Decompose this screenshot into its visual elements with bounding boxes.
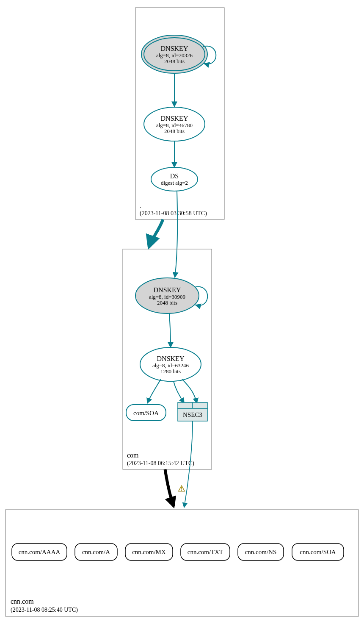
dnssec-diagram: . (2023-11-08 03:30:58 UTC) DNSKEY alg=8… bbox=[0, 0, 364, 624]
svg-text:DNSKEY: DNSKEY bbox=[161, 45, 188, 52]
svg-text:alg=8, id=30909: alg=8, id=30909 bbox=[149, 294, 185, 300]
svg-text:cnn.com/SOA: cnn.com/SOA bbox=[300, 549, 336, 555]
svg-text:DNSKEY: DNSKEY bbox=[161, 115, 188, 122]
node-root-ksk[interactable]: DNSKEY alg=8, id=20326 2048 bits bbox=[141, 35, 207, 73]
edge-ds-comksk bbox=[175, 191, 177, 277]
svg-text:cnn.com/MX: cnn.com/MX bbox=[132, 549, 166, 555]
node-root-ds[interactable]: DS digest alg=2 bbox=[151, 167, 198, 191]
svg-text:cnn.com/A: cnn.com/A bbox=[82, 549, 110, 555]
warning-icon: ⚠ bbox=[178, 484, 185, 493]
svg-text:DS: DS bbox=[170, 172, 179, 180]
node-cnn-aaaa[interactable]: cnn.com/AAAA bbox=[12, 544, 67, 560]
node-com-zsk[interactable]: DNSKEY alg=8, id=63246 1280 bits bbox=[140, 347, 201, 381]
edge-com-zsk-nsec-a bbox=[174, 381, 184, 403]
svg-text:digest alg=2: digest alg=2 bbox=[161, 180, 188, 186]
zone-com-timestamp: (2023-11-08 06:15:42 UTC) bbox=[127, 460, 194, 467]
svg-text:NSEC3: NSEC3 bbox=[183, 411, 202, 418]
node-com-soa[interactable]: com/SOA bbox=[126, 405, 166, 421]
svg-rect-28 bbox=[6, 510, 358, 616]
svg-text:2048 bits: 2048 bits bbox=[164, 58, 185, 64]
edge-comzone-cnnzone bbox=[165, 469, 174, 506]
zone-cnn-timestamp: (2023-11-08 08:25:40 UTC) bbox=[11, 607, 78, 613]
svg-text:cnn.com/TXT: cnn.com/TXT bbox=[188, 549, 223, 555]
svg-text:2048 bits: 2048 bits bbox=[157, 300, 177, 306]
node-root-zsk[interactable]: DNSKEY alg=8, id=46780 2048 bits bbox=[144, 107, 205, 141]
zone-cnn: cnn.com (2023-11-08 08:25:40 UTC) cnn.co… bbox=[6, 510, 358, 616]
svg-text:2048 bits: 2048 bits bbox=[164, 128, 185, 134]
node-cnn-txt[interactable]: cnn.com/TXT bbox=[181, 544, 230, 560]
zone-root: . (2023-11-08 03:30:58 UTC) DNSKEY alg=8… bbox=[135, 8, 224, 219]
zone-com-name: com bbox=[127, 452, 139, 459]
edge-rootzone-comzone bbox=[149, 219, 163, 247]
edge-com-zsk-soa bbox=[147, 379, 161, 403]
svg-text:1280 bits: 1280 bits bbox=[160, 368, 181, 374]
node-cnn-a[interactable]: cnn.com/A bbox=[75, 544, 117, 560]
node-com-nsec3[interactable]: NSEC3 bbox=[178, 402, 207, 421]
svg-text:cnn.com/NS: cnn.com/NS bbox=[245, 549, 277, 555]
node-cnn-ns[interactable]: cnn.com/NS bbox=[238, 544, 284, 560]
edge-com-ksk-zsk bbox=[169, 313, 171, 347]
svg-text:alg=8, id=20326: alg=8, id=20326 bbox=[156, 52, 193, 58]
node-cnn-soa[interactable]: cnn.com/SOA bbox=[292, 544, 344, 560]
svg-text:alg=8, id=63246: alg=8, id=63246 bbox=[152, 362, 189, 369]
zone-com: com (2023-11-08 06:15:42 UTC) DNSKEY alg… bbox=[123, 249, 212, 469]
zone-root-timestamp: (2023-11-08 03:30:58 UTC) bbox=[140, 210, 207, 217]
node-com-ksk[interactable]: DNSKEY alg=8, id=30909 2048 bits bbox=[135, 278, 199, 313]
zone-root-name: . bbox=[140, 202, 141, 209]
svg-text:cnn.com/AAAA: cnn.com/AAAA bbox=[19, 549, 61, 555]
svg-text:DNSKEY: DNSKEY bbox=[157, 355, 185, 362]
zone-cnn-name: cnn.com bbox=[11, 598, 34, 605]
svg-text:com/SOA: com/SOA bbox=[133, 410, 159, 416]
svg-text:DNSKEY: DNSKEY bbox=[154, 286, 181, 294]
node-cnn-mx[interactable]: cnn.com/MX bbox=[125, 544, 173, 560]
svg-text:alg=8, id=46780: alg=8, id=46780 bbox=[156, 122, 193, 128]
edge-com-zsk-nsec-b bbox=[182, 379, 197, 403]
